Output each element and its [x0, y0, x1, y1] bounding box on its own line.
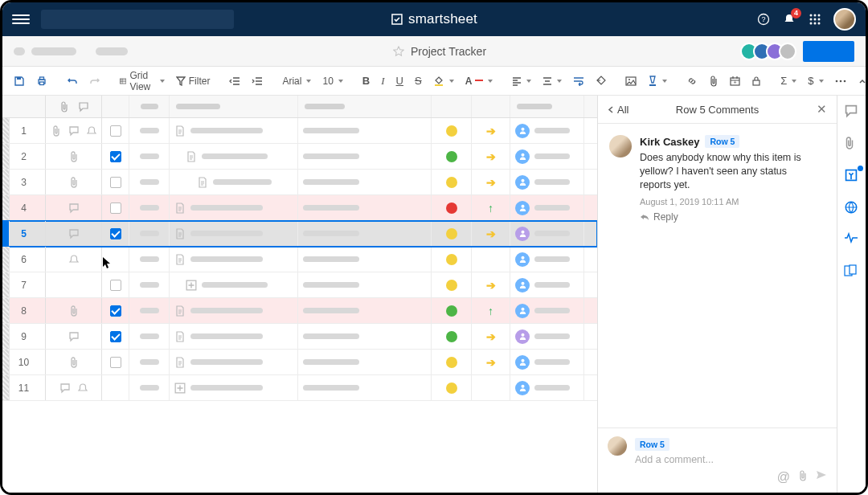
assignee-avatar[interactable]: [515, 381, 530, 395]
table-row[interactable]: 3 ➔: [2, 170, 597, 195]
row-indicators[interactable]: [46, 350, 102, 374]
row-number[interactable]: 6: [2, 247, 46, 272]
bold-icon[interactable]: B: [358, 71, 375, 92]
assignee-avatar[interactable]: [515, 252, 530, 267]
help-icon[interactable]: ?: [756, 12, 771, 27]
grid-view-dropdown[interactable]: Grid View: [115, 71, 170, 92]
checkbox[interactable]: [110, 177, 121, 188]
italic-icon[interactable]: I: [376, 71, 389, 92]
highlight-icon[interactable]: [643, 71, 672, 92]
rail-activity-icon[interactable]: [844, 232, 860, 248]
mention-icon[interactable]: @: [777, 470, 790, 485]
row-indicators[interactable]: [46, 272, 102, 297]
row-indicators[interactable]: [46, 247, 102, 272]
row-indicators[interactable]: [46, 375, 102, 400]
assignee-avatar[interactable]: [515, 304, 530, 318]
favorite-icon[interactable]: [393, 46, 404, 57]
user-avatar[interactable]: [833, 8, 856, 31]
fontsize-dropdown[interactable]: 10: [317, 71, 347, 92]
table-row[interactable]: 2 ➔: [2, 144, 597, 170]
assignee-avatar[interactable]: [515, 278, 530, 292]
apps-icon[interactable]: [808, 12, 822, 27]
assignee-avatar[interactable]: [515, 355, 530, 370]
attach-comment-icon[interactable]: [798, 470, 808, 481]
filter-button[interactable]: Filter: [171, 71, 215, 92]
valign-icon[interactable]: [538, 71, 567, 92]
row-indicators[interactable]: [46, 144, 102, 169]
row-indicators[interactable]: [46, 324, 102, 349]
row-number[interactable]: 7: [2, 272, 46, 297]
row-indicators[interactable]: [46, 195, 102, 220]
table-row[interactable]: 11: [2, 375, 597, 401]
align-left-icon[interactable]: [507, 71, 536, 92]
lock-icon[interactable]: [747, 71, 766, 92]
checkbox[interactable]: [110, 125, 121, 137]
close-panel-icon[interactable]: ✕: [817, 102, 827, 117]
checkbox[interactable]: [110, 305, 121, 317]
rail-proof-icon[interactable]: [844, 168, 860, 184]
table-row[interactable]: 10 ➔: [2, 350, 597, 375]
send-comment-icon[interactable]: [816, 470, 827, 480]
fillcolor-icon[interactable]: [428, 71, 459, 92]
sheet-grid[interactable]: 1 ➔ 2 ➔ 3 ➔ 4 ↑: [2, 96, 597, 493]
underline-icon[interactable]: U: [391, 71, 408, 92]
checkbox[interactable]: [110, 151, 121, 162]
comment-input[interactable]: Add a comment...: [635, 454, 827, 465]
image-icon[interactable]: [620, 71, 641, 92]
font-dropdown[interactable]: Arial: [277, 71, 316, 92]
assignee-avatar[interactable]: [515, 149, 530, 164]
checkbox[interactable]: [110, 202, 121, 214]
checkbox[interactable]: [110, 280, 121, 291]
more-icon[interactable]: [830, 71, 851, 92]
collaborators[interactable]: [745, 43, 796, 60]
assignee-avatar[interactable]: [515, 124, 530, 138]
table-row[interactable]: 5 ➔: [2, 221, 597, 247]
table-row[interactable]: 4 ↑: [2, 195, 597, 221]
sum-icon[interactable]: Σ: [776, 71, 801, 92]
row-indicators[interactable]: [46, 221, 102, 246]
format-painter-icon[interactable]: [591, 71, 611, 92]
attachment-icon[interactable]: [704, 71, 723, 92]
textcolor-icon[interactable]: A: [461, 71, 498, 92]
table-row[interactable]: 7 ➔: [2, 272, 597, 298]
all-comments-link[interactable]: All: [608, 104, 628, 116]
checkbox[interactable]: [110, 331, 121, 342]
outdent-icon[interactable]: [224, 71, 245, 92]
reply-button[interactable]: Reply: [640, 211, 809, 223]
table-row[interactable]: 6: [2, 247, 597, 272]
rail-summary-icon[interactable]: [844, 264, 860, 280]
rail-attachments-icon[interactable]: [844, 136, 860, 152]
remind-icon[interactable]: +: [725, 71, 745, 92]
row-indicators[interactable]: [46, 170, 102, 194]
checkbox[interactable]: [110, 357, 121, 368]
rail-publish-icon[interactable]: [844, 200, 860, 216]
assignee-avatar[interactable]: [515, 175, 530, 190]
table-row[interactable]: 1 ➔: [2, 118, 597, 144]
comment-row-badge[interactable]: Row 5: [705, 135, 739, 148]
indent-icon[interactable]: [247, 71, 268, 92]
assignee-avatar[interactable]: [515, 227, 530, 241]
menu-icon[interactable]: [12, 14, 30, 24]
wrap-icon[interactable]: [568, 71, 589, 92]
assignee-avatar[interactable]: [515, 329, 530, 344]
row-number[interactable]: 8: [2, 298, 46, 323]
table-row[interactable]: 8 ↑: [2, 298, 597, 324]
strike-icon[interactable]: S: [410, 71, 427, 92]
notifications-icon[interactable]: 4: [782, 12, 796, 27]
row-number[interactable]: 4: [2, 195, 46, 220]
search-input[interactable]: [41, 10, 234, 29]
row-indicators[interactable]: [46, 118, 102, 143]
checkbox[interactable]: [110, 228, 121, 239]
save-icon[interactable]: [9, 71, 30, 92]
row-number[interactable]: 10: [2, 350, 46, 374]
undo-icon[interactable]: [62, 71, 83, 92]
row-number[interactable]: 3: [2, 170, 46, 194]
currency-icon[interactable]: $: [803, 71, 828, 92]
table-row[interactable]: 9 ➔: [2, 324, 597, 350]
link-icon[interactable]: [682, 71, 702, 92]
collapse-toolbar-icon[interactable]: [853, 71, 868, 92]
row-indicators[interactable]: [46, 298, 102, 323]
row-number[interactable]: 1: [2, 118, 46, 143]
row-number[interactable]: 2: [2, 144, 46, 169]
share-button[interactable]: [803, 41, 854, 62]
